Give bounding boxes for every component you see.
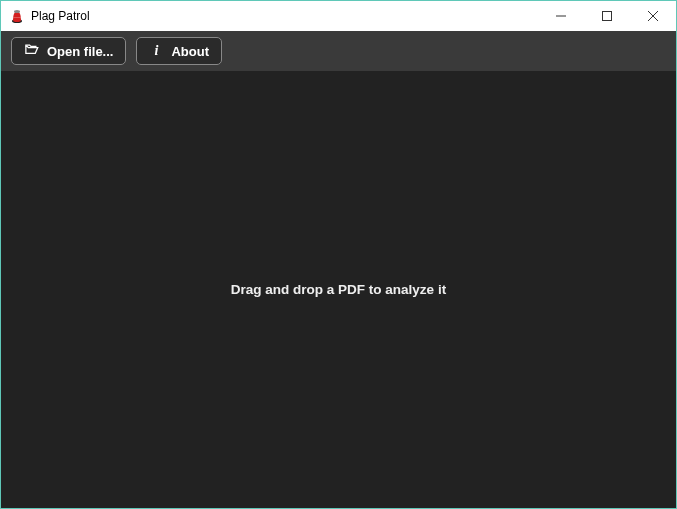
info-icon: i xyxy=(149,43,163,59)
svg-rect-4 xyxy=(603,12,612,21)
open-file-label: Open file... xyxy=(47,44,113,59)
open-file-button[interactable]: Open file... xyxy=(11,37,126,65)
about-button[interactable]: i About xyxy=(136,37,222,65)
app-icon xyxy=(9,8,25,24)
window-controls xyxy=(538,1,676,31)
window-title: Plag Patrol xyxy=(31,9,538,23)
about-label: About xyxy=(171,44,209,59)
svg-point-1 xyxy=(14,10,20,13)
toolbar: Open file... i About xyxy=(1,31,676,71)
maximize-button[interactable] xyxy=(584,1,630,31)
drop-hint-text: Drag and drop a PDF to analyze it xyxy=(231,282,446,297)
svg-rect-2 xyxy=(14,17,21,18)
app-window: Plag Patrol Open file... i xyxy=(0,0,677,509)
close-button[interactable] xyxy=(630,1,676,31)
minimize-button[interactable] xyxy=(538,1,584,31)
drop-area[interactable]: Drag and drop a PDF to analyze it xyxy=(1,71,676,508)
titlebar: Plag Patrol xyxy=(1,1,676,31)
folder-open-icon xyxy=(24,42,39,60)
